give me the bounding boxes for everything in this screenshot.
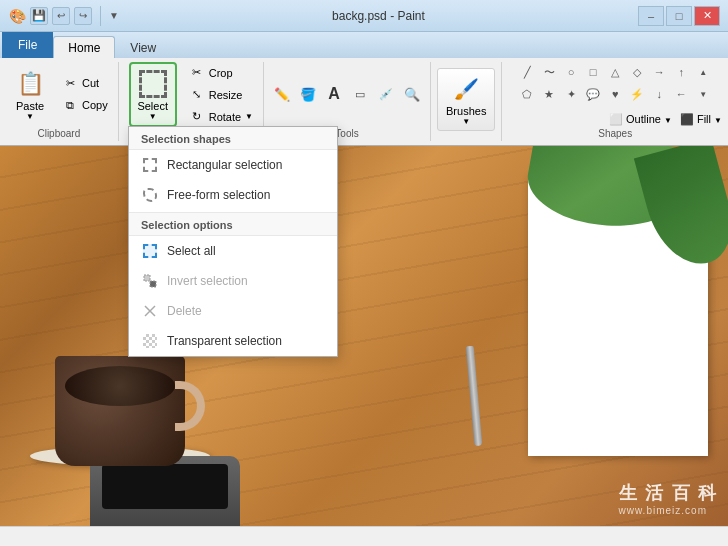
transparent-selection-item[interactable]: Transparent selection <box>129 326 337 356</box>
tab-view[interactable]: View <box>115 36 171 58</box>
curve-tool[interactable]: 〜 <box>539 62 559 82</box>
coffee-cup <box>55 356 185 466</box>
line-tool[interactable]: ╱ <box>517 62 537 82</box>
close-button[interactable]: ✕ <box>694 6 720 26</box>
quick-icon2[interactable]: ↩ <box>52 7 70 25</box>
up-arrow-tool[interactable]: ↑ <box>671 62 691 82</box>
dropdown-arrow[interactable]: ▼ <box>109 10 119 21</box>
app-icon: 🎨 <box>8 7 26 25</box>
resize-icon: ⤡ <box>189 87 205 103</box>
resize-button[interactable]: ⤡ Resize <box>185 85 257 105</box>
crop-button[interactable]: ✂ Crop <box>185 63 257 83</box>
outline-button[interactable]: ⬜ Outline ▼ <box>609 113 672 126</box>
tab-home[interactable]: Home <box>53 36 115 58</box>
shapes-content: ╱ 〜 ○ □ △ ◇ → ↑ ▲ ⬠ ★ ✦ 💬 ♥ ⚡ ↓ ← ▼ <box>517 62 713 113</box>
invert-selection-item: Invert selection <box>129 266 337 296</box>
outline-arrow[interactable]: ▼ <box>664 116 672 125</box>
window-title: backg.psd - Paint <box>119 9 638 23</box>
divider <box>100 6 101 26</box>
clipboard-group: 📋 Paste ▼ ✂ Cut ⧉ Copy Clipboard <box>0 62 119 141</box>
invert-selection-icon <box>141 272 159 290</box>
brushes-content: 🖌️ Brushes ▼ <box>437 62 495 137</box>
brushes-button[interactable]: 🖌️ Brushes ▼ <box>437 68 495 131</box>
maximize-button[interactable]: □ <box>666 6 692 26</box>
image-small-buttons: ✂ Crop ⤡ Resize ↻ Rotate ▼ <box>185 63 257 127</box>
pentagon-tool[interactable]: ⬠ <box>517 84 537 104</box>
scroll-down[interactable]: ▼ <box>693 84 713 104</box>
fill-tool[interactable]: 🪣 <box>296 82 320 106</box>
down-arrow-tool[interactable]: ↓ <box>649 84 669 104</box>
text-tool[interactable]: A <box>322 82 346 106</box>
phone-screen <box>102 464 228 509</box>
freeform-selection-icon <box>141 186 159 204</box>
chat-tool[interactable]: 💬 <box>583 84 603 104</box>
rectangular-selection-item[interactable]: Rectangular selection <box>129 150 337 180</box>
ribbon: 📋 Paste ▼ ✂ Cut ⧉ Copy Clipboard <box>0 58 728 146</box>
picker-tool[interactable]: 💉 <box>374 82 398 106</box>
title-controls: – □ ✕ <box>638 6 720 26</box>
transparent-selection-icon <box>141 332 159 350</box>
dropdown-section-options: Selection options <box>129 212 337 236</box>
quick-icon3[interactable]: ↪ <box>74 7 92 25</box>
diamond-tool[interactable]: ◇ <box>627 62 647 82</box>
rect-tool[interactable]: □ <box>583 62 603 82</box>
left-arrow-tool[interactable]: ← <box>671 84 691 104</box>
select-button[interactable]: Select ▼ <box>129 62 177 127</box>
shapes-label: Shapes <box>598 128 632 141</box>
shapes-options: ⬜ Outline ▼ ⬛ Fill ▼ <box>609 113 722 126</box>
tab-file[interactable]: File <box>2 32 53 58</box>
pencil-tool[interactable]: ✏️ <box>270 82 294 106</box>
paste-dropdown-arrow[interactable]: ▼ <box>26 112 34 121</box>
shapes-row2: ⬠ ★ ✦ 💬 ♥ ⚡ ↓ ← ▼ <box>517 84 713 104</box>
star5-tool[interactable]: ✦ <box>561 84 581 104</box>
select-all-item[interactable]: Select all <box>129 236 337 266</box>
title-bar: 🎨 💾 ↩ ↪ ▼ backg.psd - Paint – □ ✕ <box>0 0 728 32</box>
freeform-selection-item[interactable]: Free-form selection <box>129 180 337 210</box>
star-tool[interactable]: ★ <box>539 84 559 104</box>
rotate-button[interactable]: ↻ Rotate ▼ <box>185 107 257 127</box>
brushes-label: Brushes <box>446 105 486 117</box>
copy-icon: ⧉ <box>62 97 78 113</box>
triangle-tool[interactable]: △ <box>605 62 625 82</box>
fill-button[interactable]: ⬛ Fill ▼ <box>680 113 722 126</box>
brushes-arrow[interactable]: ▼ <box>462 117 470 126</box>
select-dropdown-arrow[interactable]: ▼ <box>149 112 157 121</box>
paste-label: Paste <box>16 100 44 112</box>
canvas-area: 生 活 百 科 www.bimeiz.com <box>0 146 728 526</box>
select-label: Select <box>137 100 168 112</box>
tools-content: ✏️ 🪣 A ▭ 💉 🔍 <box>270 62 424 126</box>
cut-icon: ✂ <box>62 75 78 91</box>
rotate-icon: ↻ <box>189 109 205 125</box>
phone <box>90 456 240 526</box>
brushes-icon: 🖌️ <box>450 73 482 105</box>
coffee-liquid <box>65 366 175 406</box>
image-content: Select ▼ ✂ Crop ⤡ Resize ↻ Rotate ▼ <box>125 62 257 127</box>
paste-icon: 📋 <box>14 68 46 100</box>
magnify-tool[interactable]: 🔍 <box>400 82 424 106</box>
lightning-tool[interactable]: ⚡ <box>627 84 647 104</box>
tools-label: Tools <box>335 128 358 141</box>
title-bar-icons: 🎨 💾 ↩ ↪ ▼ <box>8 6 119 26</box>
clipboard-label: Clipboard <box>37 128 80 141</box>
heart-tool[interactable]: ♥ <box>605 84 625 104</box>
brushes-group: 🖌️ Brushes ▼ <box>431 62 502 141</box>
eraser-tool[interactable]: ▭ <box>348 82 372 106</box>
status-bar <box>0 526 728 546</box>
shapes-group: ╱ 〜 ○ □ △ ◇ → ↑ ▲ ⬠ ★ ✦ 💬 ♥ ⚡ ↓ ← ▼ <box>502 62 728 141</box>
copy-button[interactable]: ⧉ Copy <box>58 95 112 115</box>
minimize-button[interactable]: – <box>638 6 664 26</box>
paste-button[interactable]: 📋 Paste ▼ <box>6 64 54 125</box>
rectangular-selection-icon <box>141 156 159 174</box>
watermark: 生 活 百 科 www.bimeiz.com <box>619 481 719 516</box>
clipboard-small-buttons: ✂ Cut ⧉ Copy <box>58 73 112 115</box>
arrow-tool[interactable]: → <box>649 62 669 82</box>
fill-arrow[interactable]: ▼ <box>714 116 722 125</box>
save-icon[interactable]: 💾 <box>30 7 48 25</box>
scroll-up[interactable]: ▲ <box>693 62 713 82</box>
rotate-arrow[interactable]: ▼ <box>245 112 253 121</box>
cut-button[interactable]: ✂ Cut <box>58 73 112 93</box>
fill-icon: ⬛ <box>680 113 694 125</box>
oval-tool[interactable]: ○ <box>561 62 581 82</box>
shapes-row1: ╱ 〜 ○ □ △ ◇ → ↑ ▲ <box>517 62 713 82</box>
select-icon <box>137 68 169 100</box>
